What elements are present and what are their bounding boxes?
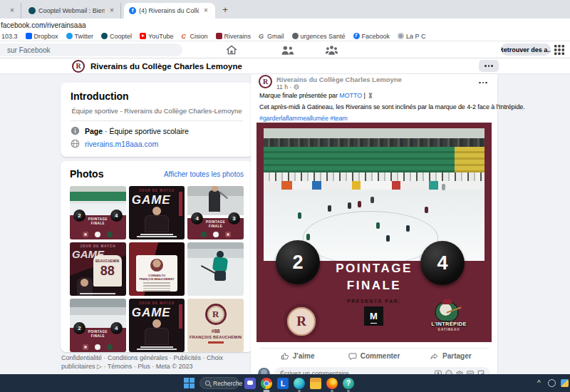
- tab-title: (4) Riverains du Collège Charles: [139, 7, 199, 14]
- post-timestamp[interactable]: 11 h ·: [276, 83, 299, 91]
- photos-title: Photos: [70, 168, 103, 180]
- bookmarks-bar: 103.3 Dropbox Twitter Cooptel YouTube Ci…: [0, 31, 570, 41]
- photo-tile-score-1[interactable]: 2 4 POINTAGEFINALE: [70, 186, 126, 239]
- photo-tile-gameday-2[interactable]: JOUR DE MATCH GAME: [129, 299, 185, 352]
- photo-grid: 2 4 POINTAGEFINALE JOUR DE MATCH GAME: [70, 186, 244, 352]
- intrepide-mascot: [436, 302, 457, 321]
- cooptel-icon: [101, 33, 108, 39]
- thumbs-up-icon: [281, 352, 289, 361]
- player-photo: [145, 319, 169, 345]
- facebook-icon: [353, 33, 360, 39]
- hockey-sticks-emoji: [367, 93, 373, 98]
- edge-icon[interactable]: [294, 378, 305, 389]
- bookmark-youtube[interactable]: YouTube: [140, 33, 173, 40]
- bookmark-facebook[interactable]: Facebook: [353, 33, 390, 40]
- intro-tagline: Équipe sportive - Riverains du Collège C…: [71, 107, 243, 115]
- riverains-icon: [216, 33, 222, 39]
- home-icon[interactable]: [224, 43, 239, 57]
- facebook-search-input[interactable]: [0, 43, 182, 56]
- bookmark-cision[interactable]: Cision: [181, 33, 207, 40]
- firefox-icon[interactable]: [326, 378, 338, 389]
- taskbar-search[interactable]: Recherche: [200, 377, 239, 389]
- search-icon: [205, 381, 210, 386]
- see-all-photos-link[interactable]: Afficher toutes les photos: [164, 170, 244, 178]
- post-avatar[interactable]: R: [259, 75, 272, 88]
- tab-partial[interactable]: [0, 3, 21, 19]
- photo-tile-score-2[interactable]: 4 3 POINTAGEFINALE: [187, 186, 244, 239]
- gmail-icon: [259, 33, 265, 39]
- page-more-button[interactable]: [479, 60, 499, 72]
- bookmark-twitter[interactable]: Twitter: [66, 33, 94, 40]
- urgences-icon: [292, 33, 299, 39]
- tab-riverains-facebook[interactable]: (4) Riverains du Collège Charles: [124, 3, 215, 19]
- page-logo[interactable]: R: [72, 60, 85, 73]
- file-explorer-icon[interactable]: [310, 378, 321, 389]
- tab-close-icon[interactable]: [8, 6, 16, 15]
- photo-tile-practice[interactable]: [187, 242, 244, 296]
- tab-close-icon[interactable]: [108, 6, 116, 15]
- cision-icon: [181, 33, 187, 39]
- comment-button[interactable]: Commenter: [336, 349, 412, 363]
- url-text[interactable]: facebook.com/riverainsaaa: [1, 21, 86, 29]
- post-more-button[interactable]: [476, 78, 490, 87]
- dropbox-icon: [26, 33, 32, 39]
- start-button[interactable]: [184, 378, 195, 388]
- browser-tab-strip: Cooptel Webmail : Bienvenue à (4) Rivera…: [0, 0, 570, 19]
- tray-sync-icon[interactable]: [548, 379, 556, 387]
- post-author[interactable]: Riverains du Collège Charles Lemoyne: [276, 76, 402, 83]
- address-bar[interactable]: facebook.com/riverainsaaa: [0, 19, 570, 31]
- bookmark-riverains[interactable]: Riverains: [216, 33, 252, 40]
- center-ice-circle: [303, 211, 438, 261]
- l-app-icon[interactable]: [277, 378, 289, 389]
- page-title[interactable]: Riverains du Collège Charles Lemoyne: [90, 62, 242, 71]
- friends-icon[interactable]: [279, 43, 295, 57]
- info-icon: [71, 126, 80, 135]
- green-seats: [264, 147, 484, 172]
- new-tab-button[interactable]: [219, 4, 231, 16]
- teams-icon[interactable]: [244, 378, 256, 389]
- chrome-icon[interactable]: [261, 378, 272, 389]
- bookmark-1033[interactable]: 103.3: [1, 33, 18, 40]
- motto-link[interactable]: MOTTO: [339, 92, 362, 99]
- riverains-logo: R: [205, 304, 227, 325]
- page-type-text: Page · Équipe sportive scolaire: [85, 127, 189, 135]
- website-link[interactable]: riverains.m18aaa.com: [85, 140, 158, 148]
- intro-title: Introduction: [71, 91, 243, 102]
- find-friends-button[interactable]: Retrouver des a...: [501, 43, 551, 56]
- twitter-icon: [66, 33, 73, 39]
- tab-title: Cooptel Webmail : Bienvenue à: [38, 7, 105, 14]
- tray-chevron-icon[interactable]: [537, 381, 543, 386]
- photo-tile-score-3[interactable]: 2 4 POINTAGEFINALE: [70, 299, 126, 352]
- photo-tile-gameday-1[interactable]: JOUR DE MATCH GAME: [129, 186, 185, 239]
- post-hashtags[interactable]: #garderlaflammeallumée #team: [259, 115, 348, 122]
- board-ads: [264, 181, 484, 190]
- bookmark-dropbox[interactable]: Dropbox: [26, 33, 58, 40]
- tab-close-icon[interactable]: [202, 6, 210, 15]
- comment-icon: [348, 352, 357, 361]
- intrepide-logo: L'INTRÉPIDE GATINEAU: [426, 302, 472, 339]
- bookmark-gmail[interactable]: Gmail: [259, 33, 284, 40]
- tab-cooptel-webmail[interactable]: Cooptel Webmail : Bienvenue à: [24, 3, 121, 19]
- bookmark-urgences-sante[interactable]: urgences Santé: [292, 33, 346, 40]
- intro-card: Introduction Équipe sportive - Riverains…: [61, 83, 253, 157]
- screen: Cooptel Webmail : Bienvenue à (4) Rivera…: [0, 0, 570, 392]
- photo-tile-quiz[interactable]: CONNAIS-TUFRANÇOIS BEAUCHEMIN?: [129, 242, 185, 296]
- bookmark-cooptel[interactable]: Cooptel: [101, 33, 132, 40]
- presented-by-label: PRÉSENTÉ PAR:: [324, 299, 424, 304]
- like-button[interactable]: J'aime: [259, 349, 336, 363]
- bookmark-lapc[interactable]: La P C: [398, 33, 425, 40]
- share-button[interactable]: Partager: [413, 349, 489, 363]
- photo-tile-banner[interactable]: R #88 FRANÇOIS BEAUCHEMIN: [187, 299, 244, 352]
- post-text-body: Cet après-midi à Gatineau, les Riverains…: [259, 103, 525, 110]
- groups-icon[interactable]: [323, 43, 339, 57]
- share-icon: [430, 352, 439, 361]
- facebook-footer-links[interactable]: Confidentialité · Conditions générales ·…: [61, 354, 252, 371]
- tray-shield-icon[interactable]: [561, 379, 569, 387]
- apps-grid-icon[interactable]: [554, 44, 565, 56]
- player-photo: [145, 207, 169, 232]
- photo-tile-jersey[interactable]: JOUR DE MATCH GAME BEAUCHEMIN 88: [70, 242, 126, 296]
- post-image[interactable]: 2 4 POINTAGEFINALE PRÉSENTÉ PAR: M R L'I…: [256, 123, 492, 342]
- photos-card: Photos Afficher toutes les photos 2 4 PO…: [61, 161, 253, 352]
- help-app-icon[interactable]: [343, 378, 354, 389]
- youtube-icon: [140, 33, 146, 39]
